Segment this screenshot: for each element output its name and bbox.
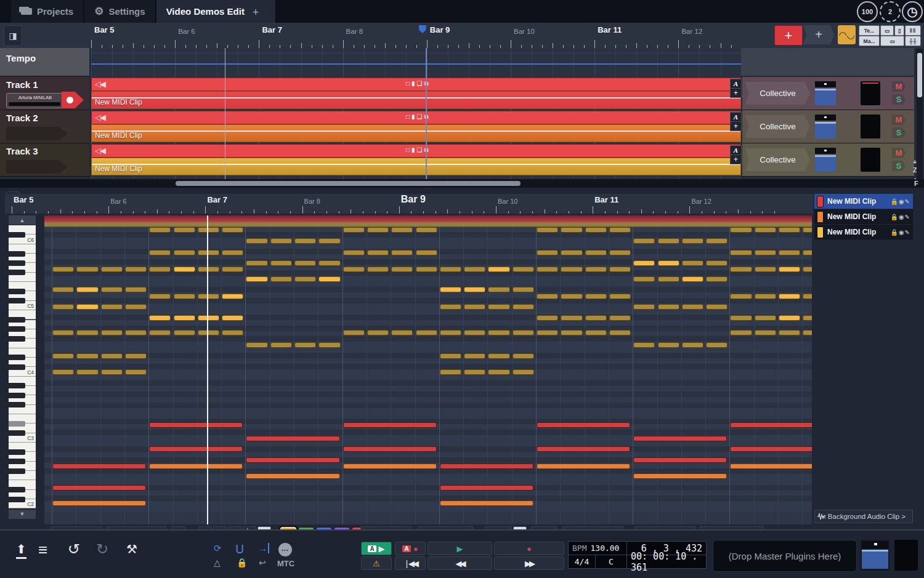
- midi-note[interactable]: [706, 260, 727, 266]
- follow-button[interactable]: F: [914, 180, 918, 187]
- midi-note[interactable]: [149, 315, 171, 321]
- piano-key-black[interactable]: [9, 317, 25, 323]
- master-plugin-drop-zone[interactable]: (Drop Master Plugins Here): [713, 540, 857, 572]
- midi-note[interactable]: [682, 304, 703, 310]
- cpu-gauge[interactable]: 100: [857, 1, 878, 22]
- midi-note[interactable]: [658, 260, 679, 266]
- midi-note[interactable]: [198, 294, 219, 299]
- midi-note[interactable]: [76, 330, 98, 335]
- vertical-scrollbar[interactable]: [917, 49, 923, 179]
- midi-note[interactable]: [318, 260, 340, 266]
- midi-note[interactable]: [730, 294, 752, 299]
- midi-note[interactable]: [149, 267, 171, 272]
- midi-note[interactable]: [779, 250, 800, 255]
- midi-clip-header[interactable]: ◁◀□▮❏⧉: [91, 111, 741, 124]
- midi-note[interactable]: [174, 294, 195, 299]
- midi-note[interactable]: [537, 267, 558, 272]
- midi-note[interactable]: [174, 250, 195, 255]
- midi-note[interactable]: [52, 287, 74, 292]
- piano-key-black[interactable]: [9, 430, 25, 436]
- midi-note[interactable]: [416, 330, 437, 335]
- midi-note[interactable]: [52, 369, 74, 375]
- midi-note[interactable]: [246, 473, 339, 479]
- sync-icon[interactable]: ⟳: [214, 543, 222, 554]
- midi-note[interactable]: [174, 330, 195, 335]
- midi-note[interactable]: [101, 287, 123, 292]
- midi-note[interactable]: [149, 250, 171, 255]
- midi-note[interactable]: [246, 276, 267, 282]
- track-header-3[interactable]: Track 3: [0, 143, 89, 177]
- midi-note[interactable]: [76, 369, 98, 375]
- timeline-ruler[interactable]: ◨ Bar 5Bar 6Bar 7Bar 8Bar 9Bar 10Bar 11B…: [0, 23, 924, 49]
- midi-note[interactable]: [513, 304, 534, 310]
- midi-din-icon[interactable]: •••: [278, 543, 292, 556]
- midi-note[interactable]: [246, 260, 267, 266]
- midi-note[interactable]: [730, 422, 812, 428]
- midi-note[interactable]: [561, 250, 582, 255]
- midi-note[interactable]: [440, 287, 461, 292]
- midi-note[interactable]: [318, 238, 340, 244]
- midi-note[interactable]: [52, 464, 146, 469]
- auto-play-button[interactable]: A▶: [361, 542, 392, 555]
- midi-note[interactable]: [270, 260, 292, 266]
- midi-note[interactable]: [730, 227, 752, 233]
- return-to-end-icon[interactable]: →: [258, 543, 269, 553]
- midi-note[interactable]: [440, 485, 533, 491]
- midi-note[interactable]: [391, 330, 413, 335]
- midi-note[interactable]: [246, 342, 267, 348]
- midi-note[interactable]: [585, 227, 607, 233]
- clip-list-item[interactable]: New MIDI Clip🔒◉✎: [814, 194, 913, 209]
- midi-note[interactable]: [367, 267, 389, 272]
- midi-note[interactable]: [440, 464, 533, 469]
- piano-key-black[interactable]: [9, 326, 25, 332]
- clip-add-button[interactable]: +: [730, 121, 742, 131]
- midi-clip-body[interactable]: New MIDI Clip: [91, 124, 741, 142]
- piano-key-black[interactable]: [9, 393, 25, 398]
- piano-roll-ruler[interactable]: Bar 5Bar 6Bar 7Bar 8Bar 9Bar 10Bar 11Bar…: [5, 194, 813, 214]
- midi-note[interactable]: [609, 250, 631, 255]
- horizontal-scrollbar-thumb[interactable]: [176, 181, 521, 186]
- mixer-view-icon[interactable]: ▭: [880, 36, 904, 46]
- midi-note[interactable]: [464, 330, 485, 335]
- midi-note[interactable]: [803, 250, 812, 255]
- midi-note[interactable]: [101, 330, 123, 335]
- clip-automation-line[interactable]: [92, 130, 740, 132]
- midi-note[interactable]: [440, 369, 461, 375]
- automation-wave-icon[interactable]: ◠◡: [838, 25, 856, 44]
- midi-note[interactable]: [755, 294, 776, 299]
- time-signature[interactable]: 4/4: [568, 555, 596, 569]
- clip-rewind-icon[interactable]: ◁◀: [95, 113, 105, 122]
- midi-note[interactable]: [803, 315, 812, 321]
- midi-note[interactable]: [198, 227, 219, 233]
- midi-note[interactable]: [101, 369, 123, 375]
- midi-note[interactable]: [585, 250, 607, 255]
- midi-note[interactable]: [537, 315, 558, 321]
- undo-icon[interactable]: ↺: [68, 540, 80, 558]
- insert-button[interactable]: +: [803, 25, 834, 44]
- clip-add-button[interactable]: +: [730, 88, 742, 98]
- midi-note[interactable]: [682, 260, 703, 266]
- midi-note[interactable]: [537, 446, 630, 452]
- master-view-button[interactable]: Ma...: [859, 36, 880, 46]
- loop-icon[interactable]: ↩: [259, 558, 266, 568]
- midi-note[interactable]: [585, 330, 607, 335]
- time-display[interactable]: 00: 00: 10 . 361: [626, 555, 707, 569]
- bpm-display[interactable]: BPM 130.00: [568, 541, 627, 555]
- midi-note[interactable]: [779, 315, 800, 321]
- midi-note[interactable]: [246, 436, 339, 441]
- piano-key-black[interactable]: [9, 355, 25, 360]
- midi-note[interactable]: [755, 250, 776, 255]
- midi-note[interactable]: [537, 330, 558, 335]
- midi-note[interactable]: [294, 276, 316, 282]
- mute-button[interactable]: M: [892, 81, 906, 92]
- midi-note[interactable]: [513, 287, 534, 292]
- input-device-badge[interactable]: Arturia MINILAB: [6, 93, 64, 108]
- track-list-toggle-icon[interactable]: ◨: [4, 25, 22, 46]
- volume-fader[interactable]: [815, 148, 836, 172]
- midi-note[interactable]: [730, 330, 752, 335]
- midi-note[interactable]: [755, 330, 776, 335]
- settings-wrench-icon[interactable]: ⚒: [126, 542, 137, 556]
- midi-note[interactable]: [149, 422, 243, 428]
- midi-note[interactable]: [730, 464, 812, 469]
- piano-key-black[interactable]: [9, 421, 25, 427]
